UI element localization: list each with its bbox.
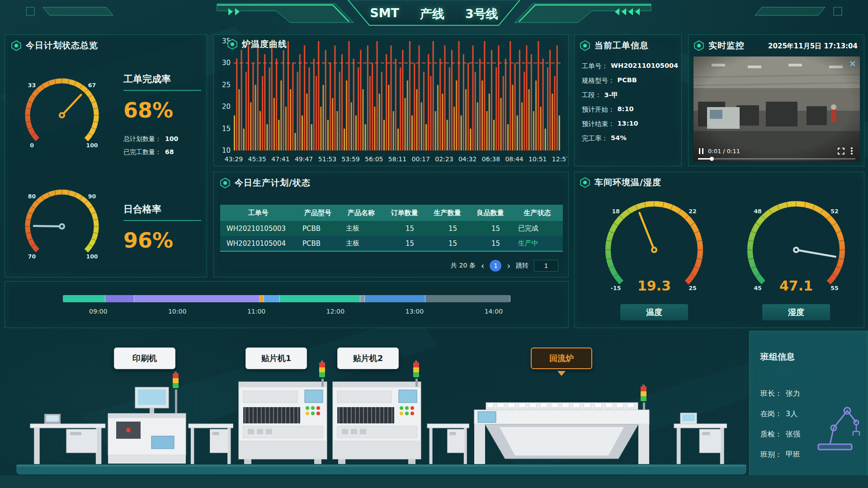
- field-value: WH202110105004: [611, 62, 678, 70]
- video-player[interactable]: 0:01 / 0:11 ×: [693, 56, 860, 161]
- machine-button-placer1[interactable]: 贴片机1: [245, 347, 307, 369]
- datetime-display: 2025年11月5日 17:13:04: [768, 42, 858, 51]
- timeline-segment: [63, 295, 105, 302]
- col-header: 良品数量: [469, 209, 512, 217]
- table-header-row: 工单号 产品型号 产品名称 订单数量 生产数量 良品数量 生产状态: [220, 205, 563, 221]
- svg-text:12:57: 12:57: [552, 155, 567, 163]
- pass-rate-gauge: 708090100: [9, 182, 114, 266]
- cell-order-qty: 15: [383, 225, 426, 233]
- field-value: 8:10: [618, 105, 634, 114]
- svg-text:02:23: 02:23: [435, 155, 453, 163]
- video-progress-bar[interactable]: [698, 158, 855, 160]
- col-header: 工单号: [220, 209, 296, 217]
- svg-text:100: 100: [86, 142, 98, 149]
- furnace-chart-panel: 炉温度曲线 10152025303543:2945:3547:4149:4751…: [213, 34, 569, 166]
- svg-text:52: 52: [830, 208, 838, 215]
- pagination-total: 共 20 条: [451, 262, 476, 270]
- work-order-title: 当前工单信息: [594, 40, 649, 52]
- svg-text:58:11: 58:11: [388, 155, 406, 163]
- cell-order-qty: 15: [383, 239, 426, 248]
- col-header: 生产状态: [512, 209, 563, 217]
- cell-prod-qty: 15: [426, 239, 469, 248]
- col-header: 生产数量: [426, 209, 469, 217]
- svg-text:22: 22: [689, 208, 696, 215]
- environment-title: 车间环境温/湿度: [594, 177, 661, 188]
- page-title: SMT 产线 3号线: [370, 6, 498, 22]
- timeline-panel: 09:0010:0011:0012:0013:0014:00: [5, 281, 569, 328]
- svg-text:0: 0: [30, 142, 34, 149]
- stat-value: 68: [165, 148, 174, 156]
- svg-text:45:35: 45:35: [248, 155, 266, 163]
- plan-panel-title: 今日计划状态总览: [26, 40, 98, 52]
- field-label: 完工率：: [582, 134, 608, 143]
- cell-name: 主板: [340, 224, 383, 233]
- stat-label: 已完工数量：: [123, 148, 161, 156]
- col-header: 订单数量: [383, 209, 426, 217]
- jump-page-input[interactable]: [534, 260, 558, 272]
- field-value: 13:10: [618, 120, 638, 128]
- prev-page-button[interactable]: ‹: [481, 261, 485, 271]
- panel-hex-icon: [580, 177, 590, 188]
- panel-hex-icon: [220, 178, 230, 188]
- timeline-time-label: 09:00: [89, 308, 107, 315]
- temperature-value: 19.3: [582, 278, 726, 294]
- field-label: 工单号：: [582, 62, 608, 70]
- oven-pointer-icon: [557, 371, 566, 376]
- machine-button-placer2[interactable]: 贴片机2: [337, 347, 399, 369]
- next-page-button[interactable]: ›: [507, 261, 510, 271]
- timeline-segment: [260, 295, 264, 302]
- field-label: 规格型号：: [582, 76, 615, 85]
- video-controls: 0:01 / 0:11: [693, 145, 860, 157]
- pause-icon[interactable]: [699, 148, 703, 154]
- work-order-fields: 工单号：WH202110105004 规格型号：PCBB 工段：3-甲 预计开始…: [582, 62, 678, 149]
- pass-rate-value: 96%: [123, 228, 173, 253]
- svg-text:10: 10: [222, 146, 231, 155]
- machine-button-reflow-oven[interactable]: 回流炉: [531, 347, 592, 369]
- fullscreen-icon[interactable]: [838, 148, 844, 155]
- cell-good-qty: 15: [469, 239, 512, 248]
- svg-text:33: 33: [28, 82, 36, 89]
- completion-stats: 总计划数量：100 已完工数量：68: [123, 135, 178, 161]
- timeline-time-label: 14:00: [485, 308, 503, 315]
- svg-text:08:44: 08:44: [505, 155, 523, 163]
- more-options-icon[interactable]: [851, 150, 853, 152]
- timeline-time-label: 11:00: [247, 308, 265, 315]
- environment-panel: 车间环境温/湿度 -15182225 45485255 19.3 47.1 温度…: [574, 172, 864, 328]
- svg-text:18: 18: [612, 208, 619, 215]
- svg-text:70: 70: [28, 253, 36, 260]
- svg-text:51:53: 51:53: [318, 155, 336, 163]
- svg-text:00:17: 00:17: [412, 155, 430, 163]
- production-table-panel: 今日生产计划/状态 工单号 产品型号 产品名称 订单数量 生产数量 良品数量 生…: [213, 172, 569, 277]
- field-value: 54%: [611, 134, 627, 143]
- cell-order-no: WH20210105003: [220, 225, 296, 233]
- cell-model: PCBB: [296, 239, 340, 248]
- svg-text:67: 67: [88, 82, 96, 89]
- humidity-value: 47.1: [724, 278, 868, 294]
- cell-order-no: WH20210105004: [220, 239, 296, 248]
- page-number-button[interactable]: 1: [490, 260, 501, 272]
- timeline-segment: [425, 295, 510, 302]
- svg-text:56:05: 56:05: [365, 155, 383, 163]
- svg-text:47:41: 47:41: [271, 155, 289, 163]
- field-label: 预计开始：: [582, 105, 615, 114]
- machine-button-printer[interactable]: 印刷机: [114, 347, 175, 369]
- production-table: 工单号 产品型号 产品名称 订单数量 生产数量 良品数量 生产状态 WH2021…: [220, 205, 563, 252]
- timeline-time-label: 10:00: [168, 308, 186, 315]
- svg-text:04:32: 04:32: [458, 155, 476, 163]
- svg-text:53:59: 53:59: [341, 155, 359, 163]
- svg-text:20: 20: [222, 103, 231, 111]
- timeline-time-label: 12:00: [326, 308, 344, 315]
- completion-label: 工单完成率: [123, 73, 201, 91]
- live-monitor-panel: 实时监控 2025年11月5日 17:13:04: [688, 34, 864, 166]
- cell-name: 主板: [340, 239, 383, 248]
- pagination: 共 20 条 ‹ 1 › 跳转: [451, 260, 558, 272]
- table-row: WH20210105004 PCBB 主板 15 15 15 生产中: [220, 236, 563, 251]
- title-part-smt: SMT: [370, 6, 399, 22]
- title-part-line: 产线: [420, 6, 444, 22]
- close-icon[interactable]: ×: [849, 58, 856, 68]
- stat-label: 总计划数量：: [123, 135, 161, 143]
- panel-hex-icon: [227, 39, 237, 50]
- cell-status: 已完成: [512, 224, 563, 233]
- col-header: 产品名称: [340, 209, 383, 217]
- svg-text:30: 30: [222, 59, 231, 67]
